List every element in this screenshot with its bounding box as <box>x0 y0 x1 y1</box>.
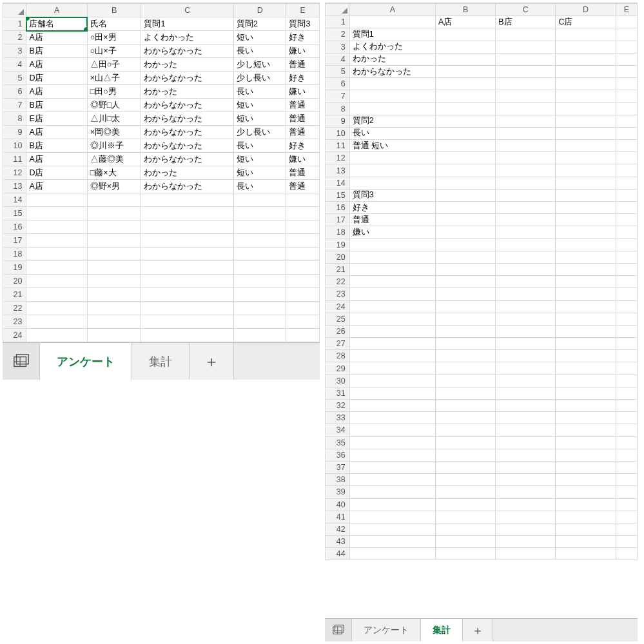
cell[interactable] <box>234 329 286 342</box>
cell[interactable] <box>286 193 320 207</box>
cell[interactable] <box>26 329 87 342</box>
row-header[interactable]: 15 <box>326 189 350 201</box>
row-header[interactable]: 17 <box>326 214 350 226</box>
cell[interactable] <box>435 226 495 239</box>
table-row[interactable]: 4わかった <box>326 53 638 65</box>
table-row[interactable]: 18 <box>3 248 320 261</box>
table-row[interactable]: 20 <box>326 251 638 263</box>
cell[interactable] <box>349 461 435 473</box>
table-row[interactable]: 40 <box>326 498 638 511</box>
cell[interactable] <box>616 449 637 461</box>
cell[interactable] <box>349 251 435 263</box>
sheets-icon[interactable] <box>3 343 40 380</box>
row-header[interactable]: 2 <box>3 31 26 44</box>
cell[interactable] <box>234 220 286 234</box>
cell[interactable] <box>556 449 616 461</box>
cell[interactable]: 少し長い <box>234 72 286 85</box>
cell[interactable]: △川□太 <box>87 112 141 126</box>
cell[interactable]: 普通 短い <box>349 140 435 152</box>
cell[interactable] <box>26 248 87 261</box>
cell[interactable] <box>616 41 637 53</box>
row-header[interactable]: 3 <box>326 41 350 53</box>
cell[interactable] <box>87 248 141 261</box>
cell[interactable] <box>496 387 556 399</box>
cell[interactable] <box>435 313 495 325</box>
cell[interactable] <box>349 90 435 102</box>
table-row[interactable]: 5D店×山△子わからなかった少し長い好き <box>3 72 320 85</box>
cell[interactable]: 嫌い <box>286 44 320 58</box>
cell[interactable] <box>616 226 637 239</box>
cell[interactable]: よくわかった <box>141 31 234 44</box>
col-header-C[interactable]: C <box>141 4 234 17</box>
cell[interactable]: わからなかった <box>141 99 234 112</box>
cell[interactable]: □藤×大 <box>87 166 141 180</box>
cell[interactable] <box>616 189 637 201</box>
cell[interactable] <box>435 387 495 399</box>
table-row[interactable]: 1A店B店C店 <box>326 16 638 28</box>
tab-survey[interactable]: アンケート <box>40 343 132 380</box>
cell[interactable] <box>556 65 616 77</box>
col-header-A[interactable]: A <box>26 4 87 17</box>
row-header[interactable]: 8 <box>326 102 350 115</box>
cell[interactable] <box>435 115 495 127</box>
cell[interactable] <box>496 28 556 41</box>
cell[interactable]: E店 <box>26 112 87 126</box>
row-header[interactable]: 24 <box>3 329 26 342</box>
cell[interactable] <box>26 288 87 302</box>
table-row[interactable]: 6A店□田○男わかった長い嫌い <box>3 85 320 99</box>
cell[interactable] <box>496 65 556 77</box>
cell[interactable] <box>616 214 637 226</box>
cell[interactable]: 好き <box>286 72 320 85</box>
cell[interactable] <box>556 164 616 177</box>
cell[interactable]: 少し短い <box>234 58 286 72</box>
cell[interactable] <box>616 177 637 189</box>
cell[interactable] <box>349 424 435 436</box>
cell[interactable] <box>496 263 556 275</box>
row-header[interactable]: 16 <box>3 220 26 234</box>
cell[interactable] <box>616 474 637 486</box>
cell[interactable] <box>556 548 616 560</box>
cell[interactable] <box>141 220 234 234</box>
cell[interactable] <box>435 78 495 90</box>
table-row[interactable]: 25 <box>326 313 638 325</box>
cell[interactable] <box>556 239 616 251</box>
cell[interactable] <box>435 338 495 350</box>
row-header[interactable]: 12 <box>3 166 26 180</box>
cell[interactable] <box>435 202 495 214</box>
cell[interactable] <box>349 325 435 337</box>
cell[interactable] <box>141 248 234 261</box>
col-header-D[interactable]: D <box>234 4 286 17</box>
cell[interactable] <box>616 486 637 498</box>
row-header[interactable]: 14 <box>3 193 26 207</box>
cell[interactable] <box>435 102 495 115</box>
row-header[interactable]: 21 <box>326 263 350 275</box>
cell[interactable]: 短い <box>234 153 286 166</box>
table-row[interactable]: 23 <box>326 288 638 300</box>
row-header[interactable]: 14 <box>326 177 350 189</box>
cell[interactable] <box>141 207 234 220</box>
cell[interactable] <box>349 387 435 399</box>
table-row[interactable]: 14 <box>3 193 320 207</box>
cell[interactable] <box>616 127 637 139</box>
cell[interactable] <box>349 239 435 251</box>
cell[interactable] <box>556 436 616 449</box>
row-header[interactable]: 17 <box>3 234 26 248</box>
cell[interactable] <box>435 486 495 498</box>
cell[interactable] <box>87 234 141 248</box>
cell[interactable] <box>556 288 616 300</box>
cell[interactable] <box>286 329 320 342</box>
cell[interactable] <box>556 300 616 313</box>
cell[interactable]: ×山△子 <box>87 72 141 85</box>
cell[interactable] <box>616 548 637 560</box>
row-header[interactable]: 8 <box>3 112 26 126</box>
cell[interactable] <box>556 523 616 535</box>
row-header[interactable]: 31 <box>326 387 350 399</box>
add-sheet-button[interactable]: ＋ <box>463 619 493 641</box>
cell[interactable] <box>234 288 286 302</box>
row-header[interactable]: 40 <box>326 498 350 511</box>
cell[interactable] <box>349 523 435 535</box>
cell[interactable] <box>435 548 495 560</box>
row-header[interactable]: 18 <box>3 248 26 261</box>
cell[interactable]: 長い <box>234 139 286 153</box>
cell[interactable]: 氏名 <box>87 17 141 31</box>
